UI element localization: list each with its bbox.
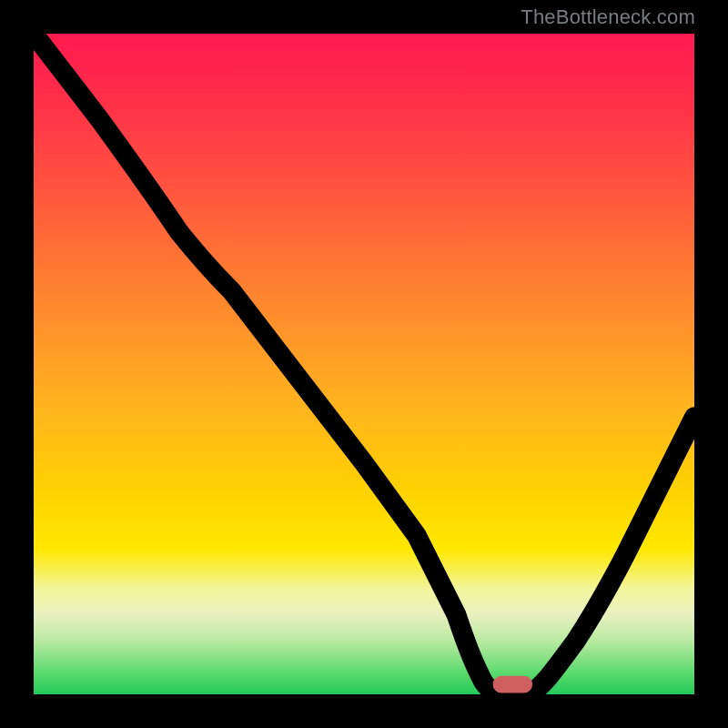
bottleneck-curve xyxy=(34,34,694,694)
chart-frame: TheBottleneck.com xyxy=(0,0,728,728)
watermark-text: TheBottleneck.com xyxy=(521,5,695,29)
optimum-marker xyxy=(493,676,533,693)
plot-area xyxy=(32,32,696,696)
curve-svg xyxy=(34,34,694,694)
